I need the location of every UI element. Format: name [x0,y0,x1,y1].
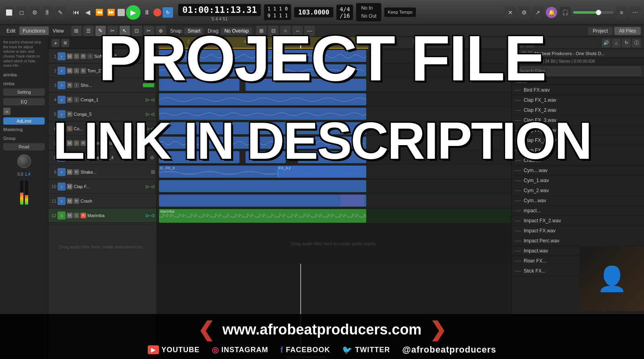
pan-knob[interactable] [17,154,31,168]
collapse-button[interactable]: ⊡ [145,39,153,47]
track-3-input[interactable]: I [74,82,79,88]
list-item[interactable]: —Impact FX_2.wav [512,216,644,226]
track-1-input[interactable]: I [87,53,93,59]
home-icon[interactable]: ⌂ [612,39,621,47]
clip-8a[interactable] [159,151,239,163]
track-lane-4[interactable] [157,92,511,107]
read-button[interactable]: Read [3,143,45,150]
track-options-button[interactable]: ⊞ [61,39,69,47]
snap-value[interactable]: Smart [184,27,204,35]
clip-8c[interactable] [298,151,366,163]
list-item[interactable]: —Impact FX.wav [512,226,644,236]
track-lane-9[interactable]: C...FX_3 FX_3.2 [157,165,511,179]
cut-tool-button[interactable]: ✂ [144,26,154,36]
track-2-solo[interactable]: S [74,68,79,74]
maximize-icon[interactable]: ◻ [16,7,27,18]
list-item[interactable]: —Clap FX_2.wav [512,105,644,115]
list-icon[interactable]: ≡ [616,7,627,18]
track-7-mute[interactable]: M [67,140,72,146]
prev-button[interactable]: ◀ [83,7,93,18]
track-lane-7[interactable] [157,136,511,150]
track-1-record[interactable]: R [80,53,86,59]
select-tool-button[interactable]: ⊡ [132,26,142,36]
goto-start-button[interactable]: ⏮ [71,7,81,18]
track-9-record[interactable]: R [74,169,79,175]
track-8-solo[interactable]: S [74,155,79,160]
fast-forward-button[interactable]: ⏩ [106,7,116,18]
tool-2[interactable]: ⊟ [268,26,279,36]
back-icon[interactable]: ◀ [515,39,524,47]
edit-menu[interactable]: Edit [3,27,19,35]
adlimit-button[interactable]: AdLimit [3,117,45,125]
clip-5[interactable] [159,108,366,120]
pause-button[interactable]: ⏸ [142,7,152,18]
list-item[interactable]: —Impact Perc.wav [512,236,644,246]
track-7-record[interactable]: R [80,140,86,146]
clip-4[interactable] [159,93,366,105]
track-lane-8[interactable] [157,150,511,165]
clip-6[interactable] [159,122,366,134]
tool-5[interactable]: — [304,26,315,36]
grid-icon[interactable]: ⋯ [630,7,641,18]
track-1-solo[interactable]: S [74,53,79,59]
search-input[interactable] [515,67,641,76]
track-7-input[interactable]: I [87,140,93,146]
horizontal-scrollbar[interactable] [157,355,511,359]
merge-tool-button[interactable]: ⊕ [156,26,166,36]
stop-button[interactable] [118,9,125,16]
play-button[interactable]: ▶ [126,5,140,20]
rotate-icon[interactable]: ↻ [622,39,631,47]
list-item[interactable]: —Clap FX_1.wav [512,95,644,105]
track-lane-3[interactable] [157,78,511,92]
link-icon[interactable]: ∞ [3,108,10,115]
track-9-mute[interactable]: M [67,169,72,175]
bpm-display[interactable]: 103.0000 [294,7,334,18]
track-lane-1[interactable] [157,49,511,64]
track-7-vol[interactable]: ⊳⊲ [145,140,155,146]
list-item[interactable]: —Clap FX_3.wav [512,115,644,125]
list-item[interactable]: —Crash... [512,156,644,166]
info-icon[interactable]: ⓘ [632,39,641,47]
grid-view-button[interactable]: ⊞ [71,26,82,36]
track-lane-5[interactable] [157,107,511,121]
pencil-icon[interactable]: ✎ [55,7,66,18]
track-2-vol[interactable]: ⊳⊲ [145,68,155,74]
window-close-icon[interactable]: ⬜ [3,7,14,18]
tool-4[interactable]: ↔ [292,26,303,36]
clip-10[interactable] [159,180,366,192]
metronome-icon[interactable]: 🎚 [42,7,53,18]
clip-11[interactable] [159,195,366,207]
track-3-record[interactable]: R [67,82,72,88]
pointer-tool-button[interactable]: ↖ [120,26,130,36]
record-button[interactable] [153,8,161,16]
time-display[interactable]: 01:00:11:13.31 [178,4,261,16]
list-item[interactable]: —mpact... [512,206,644,216]
track-8-record[interactable]: R [80,155,86,160]
track-8-mute[interactable]: M [67,155,72,160]
list-item[interactable]: —Bird FX.wav [512,85,644,95]
volume-slider[interactable] [573,11,613,14]
track-lane-10[interactable] [157,179,511,194]
clip-3a[interactable] [159,79,239,91]
speaker-icon[interactable]: 🔊 [602,39,611,47]
view-menu[interactable]: View [50,27,67,35]
list-item[interactable]: —Clap FX_4.wav [512,125,644,135]
clip-11-end[interactable] [340,195,364,207]
list-item[interactable]: —Cym....wav [512,166,644,176]
track-4-vol[interactable]: ⊳⊲ [145,96,155,103]
clip-9b[interactable]: FX_3.2 [278,166,366,178]
track-1-vol[interactable]: ⊳⊲ [145,53,155,59]
list-item[interactable]: —Cym_2.wav [512,186,644,196]
notification-icon[interactable]: 🔔 [546,7,557,18]
track-5-vol[interactable]: ⊳⊲ [145,111,155,117]
track-6-solo[interactable]: S [67,126,72,131]
track-4-input[interactable]: I [74,97,79,103]
clip-7[interactable] [159,137,366,149]
track-4-record[interactable]: R [67,97,72,103]
all-files-tab[interactable]: All Files [614,27,641,35]
list-item[interactable]: —Clap FX_5.wav [512,135,644,146]
track-5-record[interactable]: R [67,111,72,117]
track-11-mute[interactable]: M [67,198,72,204]
settings-icon[interactable]: ⚙ [518,7,530,18]
clip-1[interactable] [159,50,366,62]
